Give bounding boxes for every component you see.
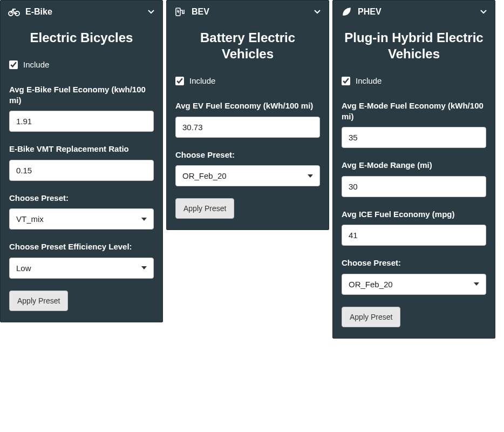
chevron-down-icon <box>314 8 321 15</box>
panel-title: Plug-in Hybrid Electric Vehicles <box>342 30 486 62</box>
include-row[interactable]: Include <box>175 76 320 85</box>
fuel-economy-input[interactable] <box>175 117 320 138</box>
panel-title: Battery Electric Vehicles <box>175 30 320 62</box>
field-label: Avg E-Mode Fuel Economy (kWh/100 mi) <box>342 100 486 122</box>
panel-phev: PHEV Plug-in Hybrid Electric Vehicles In… <box>332 0 495 339</box>
ev-charger-icon <box>174 6 186 18</box>
include-row[interactable]: Include <box>342 76 486 85</box>
field-fuel-economy: Avg EV Fuel Economy (kWh/100 mi) <box>175 100 320 138</box>
select-wrap: OR_Feb_20 <box>342 274 486 295</box>
include-checkbox[interactable] <box>9 60 18 69</box>
emode-range-input[interactable] <box>342 176 486 197</box>
apply-preset-button[interactable]: Apply Preset <box>342 307 400 327</box>
preset-select[interactable]: OR_Feb_20 <box>342 274 486 295</box>
select-wrap: OR_Feb_20 <box>175 165 320 186</box>
vmt-ratio-input[interactable] <box>9 160 154 181</box>
field-label: Avg ICE Fuel Economy (mpg) <box>342 209 486 220</box>
field-preset: Choose Preset: VT_mix <box>9 193 154 230</box>
field-preset: Choose Preset: OR_Feb_20 <box>175 150 320 187</box>
panel-header-ebike[interactable]: E-Bike <box>1 1 162 22</box>
fuel-economy-input[interactable] <box>9 111 154 132</box>
leaf-icon <box>340 6 352 18</box>
panel-header-phev[interactable]: PHEV <box>333 1 495 22</box>
panel-body-phev: Plug-in Hybrid Electric Vehicles Include… <box>333 22 495 338</box>
apply-preset-button[interactable]: Apply Preset <box>175 198 234 219</box>
bicycle-icon <box>8 6 20 18</box>
field-label: Avg E-Mode Range (mi) <box>342 160 486 171</box>
chevron-down-icon <box>480 8 487 15</box>
preset-select[interactable]: OR_Feb_20 <box>175 165 320 186</box>
field-fuel-economy: Avg E-Bike Fuel Economy (kwh/100 mi) <box>9 84 154 132</box>
panel-tab-label: BEV <box>192 7 209 17</box>
field-label: Avg E-Bike Fuel Economy (kwh/100 mi) <box>9 84 154 105</box>
field-ice-economy: Avg ICE Fuel Economy (mpg) <box>342 209 486 246</box>
field-emode-range: Avg E-Mode Range (mi) <box>342 160 486 197</box>
chevron-down-icon <box>147 8 155 15</box>
panel-tab-label: E-Bike <box>25 7 52 17</box>
field-efficiency-level: Choose Preset Efficiency Level: Low <box>9 241 154 279</box>
panel-bev: BEV Battery Electric Vehicles Include Av… <box>166 0 329 230</box>
include-checkbox[interactable] <box>175 77 184 85</box>
field-preset: Choose Preset: OR_Feb_20 <box>342 258 486 295</box>
ice-economy-input[interactable] <box>342 225 486 246</box>
field-emode-economy: Avg E-Mode Fuel Economy (kWh/100 mi) <box>342 100 486 148</box>
panel-ebike: E-Bike Electric Bicycles Include Avg E-B… <box>0 0 163 322</box>
emode-economy-input[interactable] <box>342 127 486 148</box>
select-wrap: VT_mix <box>9 208 154 230</box>
panel-tab-label: PHEV <box>358 7 382 17</box>
field-vmt-ratio: E-Bike VMT Replacement Ratio <box>9 144 154 181</box>
include-row[interactable]: Include <box>9 60 154 69</box>
field-label: Choose Preset: <box>175 150 320 160</box>
select-wrap: Low <box>9 258 154 279</box>
field-label: Avg EV Fuel Economy (kWh/100 mi) <box>175 100 320 111</box>
apply-preset-button[interactable]: Apply Preset <box>9 291 68 311</box>
preset-select[interactable]: VT_mix <box>9 208 154 230</box>
panel-body-bev: Battery Electric Vehicles Include Avg EV… <box>167 22 329 230</box>
include-checkbox[interactable] <box>342 77 350 85</box>
panel-title: Electric Bicycles <box>9 30 154 46</box>
field-label: E-Bike VMT Replacement Ratio <box>9 144 154 154</box>
include-label: Include <box>356 76 382 85</box>
field-label: Choose Preset Efficiency Level: <box>9 241 154 252</box>
panel-header-bev[interactable]: BEV <box>167 1 329 22</box>
panel-body-ebike: Electric Bicycles Include Avg E-Bike Fue… <box>1 22 162 322</box>
include-label: Include <box>189 76 215 85</box>
efficiency-select[interactable]: Low <box>9 258 154 279</box>
field-label: Choose Preset: <box>342 258 486 268</box>
field-label: Choose Preset: <box>9 193 154 204</box>
include-label: Include <box>23 60 49 69</box>
